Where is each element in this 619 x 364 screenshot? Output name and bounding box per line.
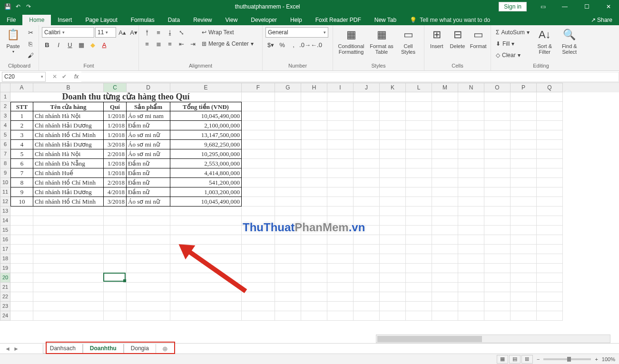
increase-indent-icon[interactable]: ⇥ [187, 39, 198, 49]
cell-L5[interactable] [406, 130, 432, 140]
row-header-23[interactable]: 23 [0, 302, 10, 311]
cell-H10[interactable] [301, 178, 327, 187]
cell-D7[interactable]: Áo sơ mi nữ [127, 149, 170, 159]
cell-Q7[interactable] [537, 149, 563, 159]
cell-A24[interactable] [10, 311, 33, 321]
sheet-tab-dongia[interactable]: Dongia [124, 344, 156, 354]
col-header-K[interactable]: K [380, 83, 406, 92]
cell-M8[interactable] [432, 159, 458, 168]
cell-C22[interactable] [104, 292, 127, 302]
row-header-15[interactable]: 15 [0, 226, 10, 235]
row-header-17[interactable]: 17 [0, 245, 10, 254]
cell-O19[interactable] [484, 264, 511, 273]
cell-E4[interactable]: 2,100,000,000 [170, 121, 242, 130]
cell-M18[interactable] [432, 254, 458, 264]
cell-Q19[interactable] [537, 264, 563, 273]
cell-E9[interactable]: 4,414,800,000 [170, 168, 242, 178]
cell-A14[interactable] [10, 216, 33, 226]
cell-P2[interactable] [511, 102, 537, 111]
cell-H12[interactable] [301, 197, 327, 207]
sheet-tab-danhsach[interactable]: Danhsach [43, 344, 83, 354]
cell-G20[interactable] [275, 273, 301, 283]
cell-M9[interactable] [432, 168, 458, 178]
cell-L1[interactable] [406, 92, 432, 102]
cell-L16[interactable] [406, 235, 432, 245]
tab-developer[interactable]: Developer [244, 15, 284, 25]
ribbon-options-icon[interactable]: ▭ [532, 0, 553, 13]
cell-Q18[interactable] [537, 254, 563, 264]
tab-review[interactable]: Review [187, 15, 218, 25]
cell-N4[interactable] [458, 121, 484, 130]
orientation-icon[interactable]: ⤡ [176, 27, 187, 38]
cell-O23[interactable] [484, 302, 511, 311]
cell-J1[interactable] [354, 92, 380, 102]
tab-insert[interactable]: Insert [51, 15, 79, 25]
number-format-dropdown[interactable]: General▾ [265, 27, 328, 38]
cell-K8[interactable] [380, 159, 406, 168]
cell-G13[interactable] [275, 207, 301, 216]
cell-A22[interactable] [10, 292, 33, 302]
cell-C18[interactable] [104, 254, 127, 264]
cell-H21[interactable] [301, 283, 327, 292]
cell-H19[interactable] [301, 264, 327, 273]
cell-C16[interactable] [104, 235, 127, 245]
conditional-formatting-button[interactable]: ▦Conditional Formatting [336, 27, 366, 55]
cell-F19[interactable] [242, 264, 275, 273]
cell-B17[interactable] [33, 245, 104, 254]
cell-A18[interactable] [10, 254, 33, 264]
cell-J7[interactable] [354, 149, 380, 159]
copy-icon[interactable]: ⎘ [25, 39, 36, 49]
cell-A7[interactable]: 5 [10, 149, 33, 159]
cell-O18[interactable] [484, 254, 511, 264]
cell-K2[interactable] [380, 102, 406, 111]
cell-C21[interactable] [104, 283, 127, 292]
cell-I10[interactable] [327, 178, 354, 187]
cell-G7[interactable] [275, 149, 301, 159]
cell-K6[interactable] [380, 140, 406, 149]
cell-E3[interactable]: 10,045,490,000 [170, 111, 242, 121]
cell-M20[interactable] [432, 273, 458, 283]
align-top-icon[interactable]: ⭱ [142, 27, 152, 38]
cell-H20[interactable] [301, 273, 327, 283]
cell-K9[interactable] [380, 168, 406, 178]
cell-Q20[interactable] [537, 273, 563, 283]
cell-E14[interactable] [170, 216, 242, 226]
cell-D9[interactable]: Đầm nữ [127, 168, 170, 178]
cell-K20[interactable] [380, 273, 406, 283]
cell-F10[interactable] [242, 178, 275, 187]
cell-N13[interactable] [458, 207, 484, 216]
cell-P13[interactable] [511, 207, 537, 216]
font-name-dropdown[interactable]: Calibri▾ [42, 27, 94, 38]
cell-D13[interactable] [127, 207, 170, 216]
cell-O6[interactable] [484, 140, 511, 149]
cell-L4[interactable] [406, 121, 432, 130]
cell-Q14[interactable] [537, 216, 563, 226]
cell-E22[interactable] [170, 292, 242, 302]
cell-F11[interactable] [242, 187, 275, 197]
cell-G22[interactable] [275, 292, 301, 302]
cell-F22[interactable] [242, 292, 275, 302]
cell-N5[interactable] [458, 130, 484, 140]
cell-I13[interactable] [327, 207, 354, 216]
cell-B20[interactable] [33, 273, 104, 283]
cell-O4[interactable] [484, 121, 511, 130]
cell-C2[interactable]: Quí [104, 102, 127, 111]
cell-P20[interactable] [511, 273, 537, 283]
row-header-7[interactable]: 7 [0, 149, 10, 159]
cell-C19[interactable] [104, 264, 127, 273]
cell-C4[interactable]: 1/2018 [104, 121, 127, 130]
cell-H8[interactable] [301, 159, 327, 168]
cell-E12[interactable]: 10,045,490,000 [170, 197, 242, 207]
cell-G19[interactable] [275, 264, 301, 273]
cell-F18[interactable] [242, 254, 275, 264]
currency-icon[interactable]: $▾ [265, 39, 276, 50]
format-cells-button[interactable]: ▭Format [469, 27, 488, 49]
cell-G23[interactable] [275, 302, 301, 311]
increase-decimal-icon[interactable]: .0→ [300, 39, 310, 50]
cell-F13[interactable] [242, 207, 275, 216]
cell-P7[interactable] [511, 149, 537, 159]
minimize-icon[interactable]: — [554, 0, 575, 13]
increase-font-icon[interactable]: A▴ [117, 27, 128, 38]
decrease-font-icon[interactable]: A▾ [128, 27, 139, 38]
cell-B16[interactable] [33, 235, 104, 245]
